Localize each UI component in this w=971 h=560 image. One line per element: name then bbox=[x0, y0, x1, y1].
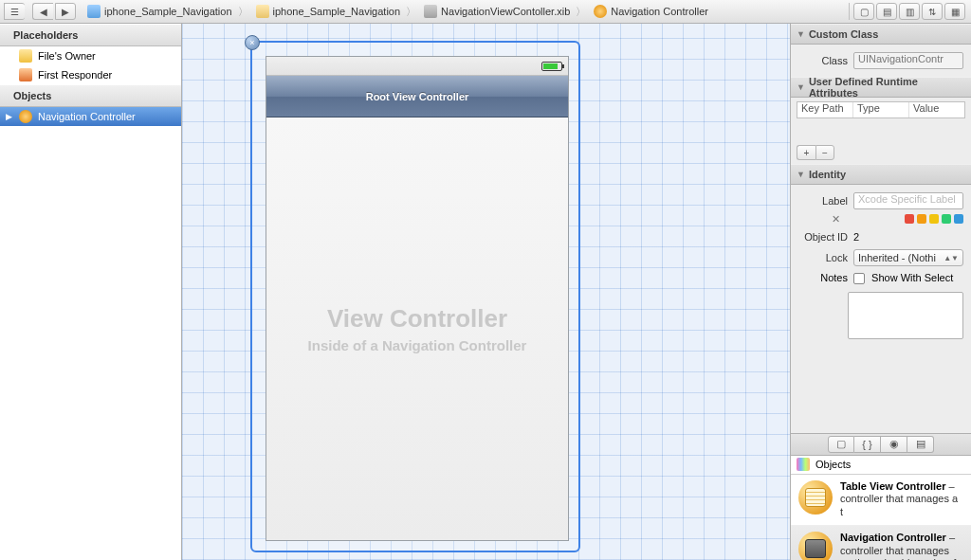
library-thumb bbox=[798, 480, 833, 515]
section-title: Custom Class bbox=[809, 28, 878, 40]
clear-icon[interactable]: ✕ bbox=[832, 213, 840, 226]
canvas[interactable]: × Root View Controller View Controller I… bbox=[182, 24, 790, 560]
library-text: Navigation Controller – controller that … bbox=[840, 532, 963, 560]
crumb-label: Navigation Controller bbox=[611, 6, 708, 17]
library-item[interactable]: Table View Controller – controller that … bbox=[791, 475, 971, 526]
version-editor-button[interactable]: ▥ bbox=[899, 3, 920, 20]
breadcrumb: iphone_Sample_Navigation 〉 iphone_Sample… bbox=[83, 5, 849, 19]
class-label: Class bbox=[798, 55, 848, 66]
nav-controller-icon bbox=[19, 110, 32, 123]
outline-label: Navigation Controller bbox=[38, 111, 136, 122]
jump-bar: ☰ ◀ ▶ iphone_Sample_Navigation 〉 iphone_… bbox=[0, 0, 971, 24]
color-swatch[interactable] bbox=[954, 214, 963, 224]
content-placeholder[interactable]: View Controller Inside of a Navigation C… bbox=[266, 117, 568, 540]
library-thumb bbox=[798, 532, 833, 560]
code-snippet-tab[interactable]: { } bbox=[854, 436, 881, 453]
runtime-attrs-table[interactable]: Key Path Type Value bbox=[797, 101, 965, 118]
objectid-label: Object ID bbox=[798, 231, 848, 243]
section-title: Placeholders bbox=[13, 29, 78, 41]
xib-icon bbox=[424, 5, 437, 18]
outline-files-owner[interactable]: File's Owner bbox=[0, 46, 181, 65]
toggle-debug-button[interactable]: ⇅ bbox=[922, 3, 943, 20]
crumb-object[interactable]: Navigation Controller bbox=[590, 5, 712, 18]
notes-check-label: Show With Select bbox=[871, 272, 953, 283]
forward-button[interactable]: ▶ bbox=[55, 3, 76, 20]
label-label: Label bbox=[798, 195, 848, 207]
disclosure-triangle-icon[interactable]: ▼ bbox=[797, 29, 805, 39]
placeholder-title: View Controller bbox=[327, 304, 507, 334]
folder-icon bbox=[256, 5, 269, 18]
simulated-device[interactable]: Root View Controller View Controller Ins… bbox=[266, 56, 569, 541]
lock-label: Lock bbox=[798, 252, 848, 263]
related-icon[interactable]: ☰ bbox=[4, 3, 25, 20]
cube-icon bbox=[19, 68, 32, 81]
col-keypath: Key Path bbox=[797, 102, 853, 117]
identity-header[interactable]: ▼ Identity bbox=[791, 164, 971, 185]
nav-controller-icon bbox=[594, 5, 607, 18]
library-header[interactable]: Objects bbox=[791, 456, 971, 475]
disclosure-triangle-icon[interactable]: ▼ bbox=[797, 82, 805, 92]
object-library-tab[interactable]: ◉ bbox=[881, 436, 907, 453]
outline-first-responder[interactable]: First Responder bbox=[0, 65, 181, 84]
class-field[interactable]: UINavigationContr bbox=[853, 52, 963, 69]
media-library-tab[interactable]: ▤ bbox=[907, 436, 934, 453]
chevron-right-icon: 〉 bbox=[406, 5, 416, 19]
selection-frame[interactable]: × Root View Controller View Controller I… bbox=[250, 41, 580, 552]
placeholder-subtitle: Inside of a Navigation Controller bbox=[308, 337, 527, 353]
status-bar bbox=[266, 57, 568, 76]
crumb-file[interactable]: NavigationViewContoller.xib 〉 bbox=[420, 5, 590, 19]
runtime-attrs-header[interactable]: ▼ User Defined Runtime Attributes bbox=[791, 77, 971, 98]
object-library-list[interactable]: Table View Controller – controller that … bbox=[791, 475, 971, 560]
placeholders-header: Placeholders bbox=[0, 24, 181, 46]
add-button[interactable]: + bbox=[797, 145, 815, 160]
outline-label: First Responder bbox=[38, 69, 112, 81]
standard-editor-button[interactable]: ▢ bbox=[853, 3, 874, 20]
notes-label: Notes bbox=[798, 272, 848, 283]
disclosure-triangle-icon[interactable]: ▶ bbox=[6, 112, 12, 121]
objects-icon bbox=[797, 458, 810, 471]
lock-value: Inherited - (Nothi bbox=[858, 252, 936, 263]
chevron-updown-icon: ▲▼ bbox=[944, 254, 959, 262]
toggle-utilities-button[interactable]: ▦ bbox=[944, 3, 965, 20]
color-swatch[interactable] bbox=[905, 214, 914, 224]
cube-icon bbox=[19, 49, 32, 63]
objects-header: Objects bbox=[0, 84, 181, 107]
section-title: Identity bbox=[809, 169, 846, 180]
color-swatch[interactable] bbox=[917, 214, 926, 224]
custom-class-header[interactable]: ▼ Custom Class bbox=[791, 24, 971, 45]
assistant-editor-button[interactable]: ▤ bbox=[876, 3, 897, 20]
remove-button[interactable]: − bbox=[815, 145, 834, 160]
color-swatches bbox=[905, 214, 963, 224]
library-text: Table View Controller – controller that … bbox=[840, 480, 963, 519]
label-field[interactable]: Xcode Specific Label bbox=[853, 192, 963, 209]
chevron-right-icon: 〉 bbox=[576, 5, 586, 19]
history-nav: ◀ ▶ bbox=[32, 3, 78, 20]
lock-select[interactable]: Inherited - (Nothi ▲▼ bbox=[853, 249, 963, 266]
file-template-tab[interactable]: ▢ bbox=[828, 436, 854, 453]
library-item[interactable]: Navigation Controller – controller that … bbox=[791, 526, 971, 560]
document-outline: Placeholders File's Owner First Responde… bbox=[0, 24, 182, 560]
crumb-label: iphone_Sample_Navigation bbox=[273, 6, 401, 17]
color-swatch[interactable] bbox=[929, 214, 939, 224]
color-swatch[interactable] bbox=[942, 214, 951, 224]
col-value: Value bbox=[909, 102, 964, 117]
crumb-folder[interactable]: iphone_Sample_Navigation 〉 bbox=[252, 5, 421, 19]
col-type: Type bbox=[853, 102, 909, 117]
crumb-project[interactable]: iphone_Sample_Navigation 〉 bbox=[83, 5, 252, 19]
back-button[interactable]: ◀ bbox=[32, 3, 53, 20]
battery-icon bbox=[541, 62, 562, 71]
notes-textarea[interactable] bbox=[848, 292, 963, 339]
nav-title: Root View Controller bbox=[366, 91, 469, 102]
notes-checkbox[interactable] bbox=[853, 273, 865, 284]
utilities-panel: ▼ Custom Class Class UINavigationContr ▼… bbox=[790, 24, 971, 560]
navigation-bar[interactable]: Root View Controller bbox=[266, 76, 568, 117]
outline-navigation-controller[interactable]: ▶ Navigation Controller bbox=[0, 107, 181, 126]
chevron-right-icon: 〉 bbox=[238, 5, 248, 19]
disclosure-triangle-icon[interactable]: ▼ bbox=[797, 170, 805, 179]
outline-label: File's Owner bbox=[38, 50, 96, 62]
related-menu[interactable]: ☰ bbox=[4, 3, 27, 20]
crumb-label: NavigationViewContoller.xib bbox=[441, 6, 570, 17]
library-tabs: ▢ { } ◉ ▤ bbox=[791, 433, 971, 456]
section-title: Objects bbox=[13, 90, 51, 101]
close-icon[interactable]: × bbox=[245, 35, 260, 50]
